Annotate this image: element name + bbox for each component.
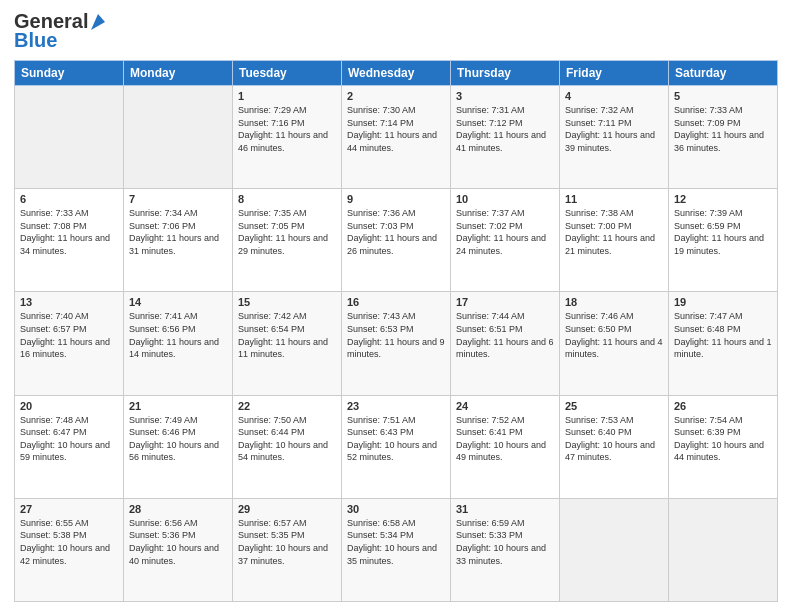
day-cell: 7Sunrise: 7:34 AMSunset: 7:06 PMDaylight… bbox=[124, 189, 233, 292]
day-cell: 14Sunrise: 7:41 AMSunset: 6:56 PMDayligh… bbox=[124, 292, 233, 395]
week-row-2: 6Sunrise: 7:33 AMSunset: 7:08 PMDaylight… bbox=[15, 189, 778, 292]
day-info: Sunrise: 7:36 AMSunset: 7:03 PMDaylight:… bbox=[347, 207, 445, 257]
day-cell: 22Sunrise: 7:50 AMSunset: 6:44 PMDayligh… bbox=[233, 395, 342, 498]
day-cell: 10Sunrise: 7:37 AMSunset: 7:02 PMDayligh… bbox=[451, 189, 560, 292]
day-info: Sunrise: 7:43 AMSunset: 6:53 PMDaylight:… bbox=[347, 310, 445, 360]
day-info: Sunrise: 7:48 AMSunset: 6:47 PMDaylight:… bbox=[20, 414, 118, 464]
day-cell: 26Sunrise: 7:54 AMSunset: 6:39 PMDayligh… bbox=[669, 395, 778, 498]
week-row-1: 1Sunrise: 7:29 AMSunset: 7:16 PMDaylight… bbox=[15, 86, 778, 189]
day-header-monday: Monday bbox=[124, 61, 233, 86]
day-cell: 18Sunrise: 7:46 AMSunset: 6:50 PMDayligh… bbox=[560, 292, 669, 395]
day-cell: 21Sunrise: 7:49 AMSunset: 6:46 PMDayligh… bbox=[124, 395, 233, 498]
day-header-friday: Friday bbox=[560, 61, 669, 86]
day-cell: 20Sunrise: 7:48 AMSunset: 6:47 PMDayligh… bbox=[15, 395, 124, 498]
svg-marker-0 bbox=[91, 14, 105, 30]
day-cell: 13Sunrise: 7:40 AMSunset: 6:57 PMDayligh… bbox=[15, 292, 124, 395]
day-number: 4 bbox=[565, 90, 663, 102]
day-cell bbox=[124, 86, 233, 189]
day-number: 23 bbox=[347, 400, 445, 412]
calendar-table: SundayMondayTuesdayWednesdayThursdayFrid… bbox=[14, 60, 778, 602]
day-info: Sunrise: 7:30 AMSunset: 7:14 PMDaylight:… bbox=[347, 104, 445, 154]
day-number: 12 bbox=[674, 193, 772, 205]
day-header-tuesday: Tuesday bbox=[233, 61, 342, 86]
day-info: Sunrise: 6:56 AMSunset: 5:36 PMDaylight:… bbox=[129, 517, 227, 567]
day-cell bbox=[15, 86, 124, 189]
day-info: Sunrise: 7:52 AMSunset: 6:41 PMDaylight:… bbox=[456, 414, 554, 464]
day-cell: 24Sunrise: 7:52 AMSunset: 6:41 PMDayligh… bbox=[451, 395, 560, 498]
day-info: Sunrise: 7:32 AMSunset: 7:11 PMDaylight:… bbox=[565, 104, 663, 154]
logo: General Blue bbox=[14, 10, 108, 52]
day-info: Sunrise: 7:33 AMSunset: 7:09 PMDaylight:… bbox=[674, 104, 772, 154]
day-cell: 25Sunrise: 7:53 AMSunset: 6:40 PMDayligh… bbox=[560, 395, 669, 498]
day-info: Sunrise: 7:54 AMSunset: 6:39 PMDaylight:… bbox=[674, 414, 772, 464]
day-cell: 29Sunrise: 6:57 AMSunset: 5:35 PMDayligh… bbox=[233, 498, 342, 601]
day-number: 11 bbox=[565, 193, 663, 205]
day-info: Sunrise: 7:42 AMSunset: 6:54 PMDaylight:… bbox=[238, 310, 336, 360]
day-cell: 8Sunrise: 7:35 AMSunset: 7:05 PMDaylight… bbox=[233, 189, 342, 292]
day-cell: 3Sunrise: 7:31 AMSunset: 7:12 PMDaylight… bbox=[451, 86, 560, 189]
day-cell: 30Sunrise: 6:58 AMSunset: 5:34 PMDayligh… bbox=[342, 498, 451, 601]
week-row-5: 27Sunrise: 6:55 AMSunset: 5:38 PMDayligh… bbox=[15, 498, 778, 601]
day-number: 29 bbox=[238, 503, 336, 515]
calendar-header: SundayMondayTuesdayWednesdayThursdayFrid… bbox=[15, 61, 778, 86]
day-info: Sunrise: 7:31 AMSunset: 7:12 PMDaylight:… bbox=[456, 104, 554, 154]
day-info: Sunrise: 6:57 AMSunset: 5:35 PMDaylight:… bbox=[238, 517, 336, 567]
day-header-saturday: Saturday bbox=[669, 61, 778, 86]
day-number: 31 bbox=[456, 503, 554, 515]
day-info: Sunrise: 7:49 AMSunset: 6:46 PMDaylight:… bbox=[129, 414, 227, 464]
day-info: Sunrise: 7:37 AMSunset: 7:02 PMDaylight:… bbox=[456, 207, 554, 257]
day-cell: 27Sunrise: 6:55 AMSunset: 5:38 PMDayligh… bbox=[15, 498, 124, 601]
day-number: 3 bbox=[456, 90, 554, 102]
day-cell bbox=[669, 498, 778, 601]
day-info: Sunrise: 6:58 AMSunset: 5:34 PMDaylight:… bbox=[347, 517, 445, 567]
day-number: 10 bbox=[456, 193, 554, 205]
day-info: Sunrise: 7:41 AMSunset: 6:56 PMDaylight:… bbox=[129, 310, 227, 360]
day-number: 7 bbox=[129, 193, 227, 205]
day-cell: 15Sunrise: 7:42 AMSunset: 6:54 PMDayligh… bbox=[233, 292, 342, 395]
day-cell: 4Sunrise: 7:32 AMSunset: 7:11 PMDaylight… bbox=[560, 86, 669, 189]
day-info: Sunrise: 7:38 AMSunset: 7:00 PMDaylight:… bbox=[565, 207, 663, 257]
day-cell: 19Sunrise: 7:47 AMSunset: 6:48 PMDayligh… bbox=[669, 292, 778, 395]
day-number: 6 bbox=[20, 193, 118, 205]
day-info: Sunrise: 7:47 AMSunset: 6:48 PMDaylight:… bbox=[674, 310, 772, 360]
day-header-thursday: Thursday bbox=[451, 61, 560, 86]
page: General Blue SundayMondayTuesdayWednesda… bbox=[0, 0, 792, 612]
day-info: Sunrise: 7:39 AMSunset: 6:59 PMDaylight:… bbox=[674, 207, 772, 257]
day-header-row: SundayMondayTuesdayWednesdayThursdayFrid… bbox=[15, 61, 778, 86]
day-cell: 1Sunrise: 7:29 AMSunset: 7:16 PMDaylight… bbox=[233, 86, 342, 189]
day-cell: 9Sunrise: 7:36 AMSunset: 7:03 PMDaylight… bbox=[342, 189, 451, 292]
day-number: 22 bbox=[238, 400, 336, 412]
day-cell: 2Sunrise: 7:30 AMSunset: 7:14 PMDaylight… bbox=[342, 86, 451, 189]
day-header-sunday: Sunday bbox=[15, 61, 124, 86]
day-number: 24 bbox=[456, 400, 554, 412]
day-info: Sunrise: 7:53 AMSunset: 6:40 PMDaylight:… bbox=[565, 414, 663, 464]
day-number: 8 bbox=[238, 193, 336, 205]
day-info: Sunrise: 7:40 AMSunset: 6:57 PMDaylight:… bbox=[20, 310, 118, 360]
day-number: 20 bbox=[20, 400, 118, 412]
day-cell: 12Sunrise: 7:39 AMSunset: 6:59 PMDayligh… bbox=[669, 189, 778, 292]
day-info: Sunrise: 7:29 AMSunset: 7:16 PMDaylight:… bbox=[238, 104, 336, 154]
day-number: 9 bbox=[347, 193, 445, 205]
week-row-3: 13Sunrise: 7:40 AMSunset: 6:57 PMDayligh… bbox=[15, 292, 778, 395]
day-number: 19 bbox=[674, 296, 772, 308]
day-number: 14 bbox=[129, 296, 227, 308]
day-info: Sunrise: 7:46 AMSunset: 6:50 PMDaylight:… bbox=[565, 310, 663, 360]
day-number: 2 bbox=[347, 90, 445, 102]
day-info: Sunrise: 7:35 AMSunset: 7:05 PMDaylight:… bbox=[238, 207, 336, 257]
day-info: Sunrise: 7:51 AMSunset: 6:43 PMDaylight:… bbox=[347, 414, 445, 464]
calendar-body: 1Sunrise: 7:29 AMSunset: 7:16 PMDaylight… bbox=[15, 86, 778, 602]
day-number: 30 bbox=[347, 503, 445, 515]
day-cell: 6Sunrise: 7:33 AMSunset: 7:08 PMDaylight… bbox=[15, 189, 124, 292]
day-cell: 23Sunrise: 7:51 AMSunset: 6:43 PMDayligh… bbox=[342, 395, 451, 498]
day-number: 18 bbox=[565, 296, 663, 308]
day-number: 25 bbox=[565, 400, 663, 412]
day-cell: 11Sunrise: 7:38 AMSunset: 7:00 PMDayligh… bbox=[560, 189, 669, 292]
day-info: Sunrise: 7:44 AMSunset: 6:51 PMDaylight:… bbox=[456, 310, 554, 360]
day-info: Sunrise: 6:59 AMSunset: 5:33 PMDaylight:… bbox=[456, 517, 554, 567]
logo-blue: Blue bbox=[14, 29, 57, 52]
day-cell: 17Sunrise: 7:44 AMSunset: 6:51 PMDayligh… bbox=[451, 292, 560, 395]
day-number: 28 bbox=[129, 503, 227, 515]
day-cell: 31Sunrise: 6:59 AMSunset: 5:33 PMDayligh… bbox=[451, 498, 560, 601]
day-info: Sunrise: 7:34 AMSunset: 7:06 PMDaylight:… bbox=[129, 207, 227, 257]
day-cell bbox=[560, 498, 669, 601]
